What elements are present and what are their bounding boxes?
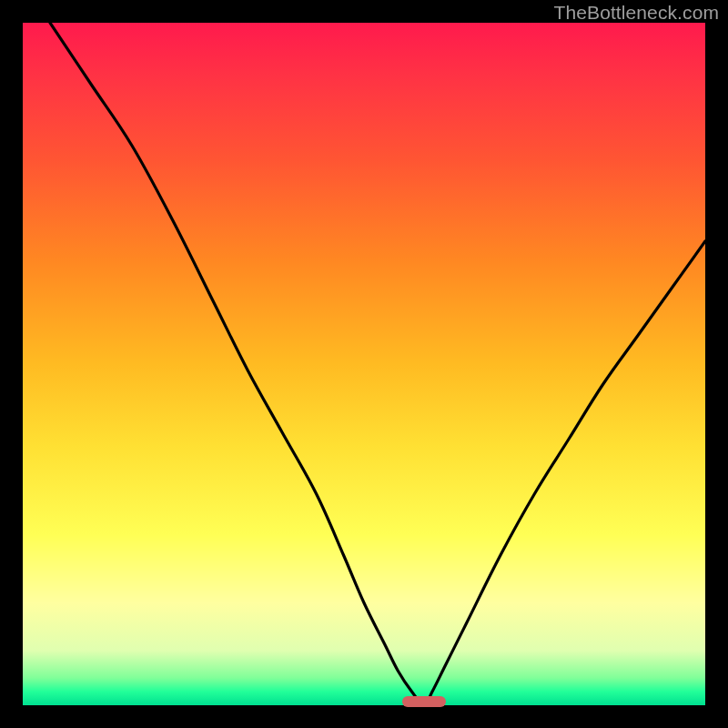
watermark-text: TheBottleneck.com xyxy=(554,2,719,24)
plot-area xyxy=(23,23,705,705)
minimum-marker xyxy=(402,696,447,707)
chart-frame: TheBottleneck.com xyxy=(0,0,728,728)
